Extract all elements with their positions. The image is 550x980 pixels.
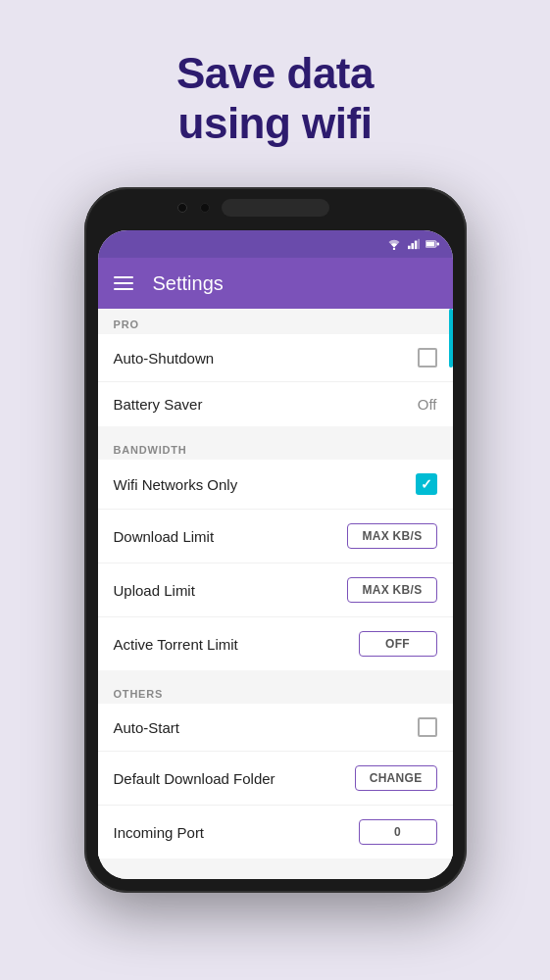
button-download-limit[interactable]: MAX KB/S	[347, 523, 436, 549]
value-battery-saver: Off	[418, 396, 437, 413]
label-default-download-folder: Default Download Folder	[114, 770, 275, 787]
phone-camera-left	[177, 203, 187, 213]
row-incoming-port[interactable]: Incoming Port 0	[98, 806, 453, 858]
button-active-torrent-limit[interactable]: OFF	[359, 631, 437, 657]
section-header-others: OTHERS	[98, 678, 453, 704]
scrollbar-indicator	[449, 309, 453, 368]
svg-rect-1	[408, 246, 411, 249]
button-incoming-port[interactable]: 0	[359, 819, 437, 845]
row-wifi-networks-only[interactable]: Wifi Networks Only ✓	[98, 460, 453, 510]
row-auto-start[interactable]: Auto-Start	[98, 704, 453, 752]
phone-camera-right	[200, 203, 210, 213]
phone-screen: Settings PRO Auto-Shutdown Battery Saver…	[98, 230, 453, 879]
label-wifi-networks-only: Wifi Networks Only	[114, 476, 238, 493]
label-incoming-port: Incoming Port	[114, 824, 205, 841]
row-battery-saver[interactable]: Battery Saver Off	[98, 382, 453, 426]
headline-line1: Save data	[176, 49, 374, 97]
settings-scroll-area[interactable]: PRO Auto-Shutdown Battery Saver Off BAND…	[98, 309, 453, 879]
label-download-limit: Download Limit	[114, 528, 215, 545]
svg-rect-6	[425, 242, 434, 247]
signal-status-icon	[408, 238, 420, 250]
battery-status-icon	[425, 239, 439, 249]
wifi-status-icon	[386, 238, 402, 250]
status-bar	[98, 230, 453, 258]
section-bandwidth: Wifi Networks Only ✓ Download Limit MAX …	[98, 460, 453, 670]
svg-rect-3	[414, 241, 417, 250]
button-default-download-folder[interactable]: CHANGE	[355, 765, 437, 791]
section-others: Auto-Start Default Download Folder CHANG…	[98, 704, 453, 858]
headline: Save data using wifi	[176, 49, 374, 148]
label-auto-start: Auto-Start	[114, 719, 180, 736]
row-default-download-folder[interactable]: Default Download Folder CHANGE	[98, 752, 453, 806]
hamburger-menu-button[interactable]	[114, 276, 133, 290]
label-auto-shutdown: Auto-Shutdown	[114, 350, 215, 367]
app-bar-title: Settings	[153, 272, 224, 295]
checkmark-icon: ✓	[421, 477, 432, 491]
section-header-pro: PRO	[98, 309, 453, 334]
row-auto-shutdown[interactable]: Auto-Shutdown	[98, 334, 453, 382]
headline-line2: using wifi	[178, 99, 373, 147]
row-download-limit[interactable]: Download Limit MAX KB/S	[98, 510, 453, 564]
checkbox-auto-start[interactable]	[418, 717, 437, 737]
app-bar: Settings	[98, 258, 453, 309]
svg-rect-4	[418, 239, 420, 249]
row-upload-limit[interactable]: Upload Limit MAX KB/S	[98, 564, 453, 617]
label-battery-saver: Battery Saver	[114, 396, 203, 413]
svg-point-0	[392, 248, 394, 250]
section-header-bandwidth: BANDWIDTH	[98, 434, 453, 460]
label-upload-limit: Upload Limit	[114, 582, 195, 599]
label-active-torrent-limit: Active Torrent Limit	[114, 636, 238, 653]
checkbox-wifi-networks-only[interactable]: ✓	[416, 473, 437, 495]
section-pro: Auto-Shutdown Battery Saver Off	[98, 334, 453, 426]
row-active-torrent-limit[interactable]: Active Torrent Limit OFF	[98, 617, 453, 670]
phone-outer-frame: Settings PRO Auto-Shutdown Battery Saver…	[84, 187, 467, 893]
checkbox-auto-shutdown[interactable]	[418, 348, 437, 368]
phone-speaker	[222, 199, 329, 217]
button-upload-limit[interactable]: MAX KB/S	[347, 577, 436, 603]
svg-rect-2	[411, 243, 414, 249]
phone-mockup: Settings PRO Auto-Shutdown Battery Saver…	[84, 187, 467, 893]
svg-rect-7	[436, 243, 438, 246]
